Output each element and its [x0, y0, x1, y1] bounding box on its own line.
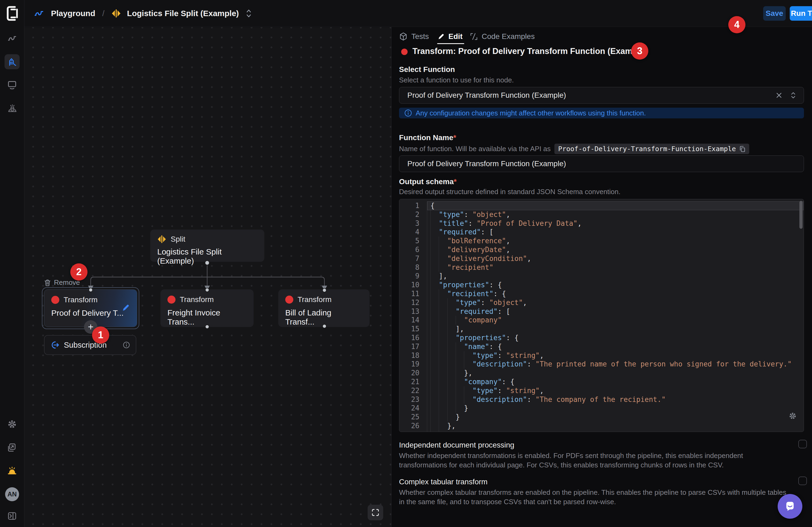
transform-node-title: Bill of Lading Transf...	[285, 308, 363, 326]
code-lines[interactable]: 1{2"type": "object",3"title": "Proof of …	[399, 201, 804, 432]
config-warning-banner: Any configuration changes might affect o…	[399, 108, 804, 118]
workflow-selector-icon[interactable]	[246, 9, 252, 18]
code-line[interactable]: 10"properties": {	[399, 281, 804, 289]
tab-tests[interactable]: Tests	[399, 30, 429, 43]
tab-code-examples[interactable]: Code Examples	[470, 30, 535, 43]
option-independent-checkbox[interactable]	[798, 440, 807, 448]
annotation-badge-3: 3	[631, 42, 648, 60]
clear-selection-icon[interactable]	[776, 92, 782, 98]
remove-node-button[interactable]: Remove	[44, 279, 80, 287]
edit-panel: Tests Edit Code Examples Transform: Proo…	[391, 27, 812, 527]
code-line[interactable]: 12"type": "object",	[399, 298, 804, 307]
option-independent-description: Whether independent transformations is e…	[399, 451, 791, 470]
code-line[interactable]: 27"bolReference": {	[399, 430, 804, 432]
edit-pencil-icon[interactable]	[122, 304, 130, 312]
option-complex-label: Complex tabular transform	[399, 478, 488, 486]
tab-label: Edit	[448, 32, 463, 41]
settings-gear-icon[interactable]	[4, 417, 19, 432]
fullscreen-button[interactable]	[368, 505, 383, 520]
status-dot-red	[51, 296, 59, 304]
schema-code-editor[interactable]: 1{2"type": "object",3"title": "Proof of …	[399, 199, 804, 432]
code-line[interactable]: 25}	[399, 413, 804, 422]
code-line[interactable]: 24}	[399, 404, 804, 413]
sidebar-item-workflows[interactable]	[4, 31, 19, 46]
subscription-icon	[50, 340, 60, 350]
code-line[interactable]: 1{	[399, 201, 804, 210]
info-icon[interactable]	[123, 341, 130, 348]
code-line[interactable]: 3"title": "Proof of Delivery Data",	[399, 219, 804, 228]
code-line[interactable]: 11"recipient": {	[399, 289, 804, 298]
annotation-badge-1: 1	[92, 326, 109, 344]
api-name-value: Proof-of-Delivery-Transform-Function-Exa…	[558, 145, 736, 153]
code-line[interactable]: 26},	[399, 422, 804, 430]
breadcrumb-title[interactable]: Logistics File Split (Example)	[127, 9, 239, 18]
subscription-node[interactable]: Subscription	[44, 335, 136, 355]
app-root: AN Playground /	[0, 0, 812, 527]
status-dot-red	[285, 296, 293, 304]
code-line[interactable]: 14"company"	[399, 316, 804, 325]
code-line[interactable]: 15],	[399, 325, 804, 333]
code-line[interactable]: 2"type": "object",	[399, 210, 804, 219]
app-logo-icon[interactable]	[6, 6, 18, 21]
code-line[interactable]: 18"type": "string",	[399, 351, 804, 360]
avatar-initials: AN	[5, 487, 19, 501]
api-name-chip: Proof-of-Delivery-Transform-Function-Exa…	[554, 144, 749, 154]
output-schema-description: Desired output structure defined in stan…	[399, 188, 620, 196]
function-select-dropdown[interactable]: Proof of Delivery Transform Function (Ex…	[399, 87, 804, 104]
config-warning-text: Any configuration changes might affect o…	[416, 109, 646, 117]
sidebar-item-monitor[interactable]	[4, 77, 19, 92]
run-tests-button[interactable]: Run Tests	[790, 6, 812, 21]
code-line[interactable]: 22"type": "string",	[399, 386, 804, 395]
code-line[interactable]: 23"description": "The company of the rec…	[399, 395, 804, 404]
code-line[interactable]: 20},	[399, 369, 804, 378]
transform-node-bill-of-lading[interactable]: Transform Bill of Lading Transf...	[278, 289, 369, 327]
split-icon	[111, 9, 121, 18]
code-line[interactable]: 13"required": [	[399, 307, 804, 316]
code-line[interactable]: 4"required": [	[399, 228, 804, 237]
select-function-description: Select a function to use for this node.	[399, 76, 514, 84]
transform-node-freight-invoice[interactable]: Transform Freight Invoice Trans...	[160, 289, 253, 327]
editor-settings-gear-icon[interactable]	[789, 412, 797, 420]
option-complex-description: Whether complex tabular transforms are e…	[399, 488, 791, 507]
copy-icon[interactable]	[739, 145, 745, 153]
function-name-input[interactable]	[399, 155, 804, 172]
workflow-icon	[34, 9, 44, 18]
option-independent-label: Independent document processing	[399, 441, 514, 450]
breadcrumb-separator: /	[102, 9, 104, 18]
collapse-sidebar-icon[interactable]	[4, 509, 19, 524]
code-line[interactable]: 17"name": {	[399, 342, 804, 351]
tab-edit[interactable]: Edit	[438, 30, 463, 43]
api-description-prefix: Name of function. Will be available via …	[399, 145, 551, 153]
split-node[interactable]: Split Logistics File Split (Example)	[150, 230, 264, 262]
option-complex-checkbox[interactable]	[798, 476, 807, 485]
user-avatar[interactable]: AN	[4, 487, 19, 502]
tab-label: Tests	[411, 32, 429, 41]
code-line[interactable]: 19"description": "The printed name of th…	[399, 360, 804, 369]
code-line[interactable]: 21"company": {	[399, 378, 804, 386]
select-function-heading: Select Function	[399, 65, 455, 74]
chat-widget-button[interactable]	[778, 494, 802, 519]
annotation-badge-2: 2	[70, 264, 87, 281]
sidebar-item-playground[interactable]	[4, 54, 19, 69]
code-line[interactable]: 8"recipient"	[399, 263, 804, 272]
workflow-canvas[interactable]: Remove Split Logistics File Split (Examp…	[25, 27, 391, 527]
hard-hat-icon[interactable]	[4, 464, 19, 479]
sidebar-item-rewards[interactable]	[4, 101, 19, 116]
sidebar: AN	[0, 0, 25, 527]
split-node-type: Split	[171, 235, 185, 243]
code-line[interactable]: 6"deliveryDate",	[399, 245, 804, 254]
code-line[interactable]: 9],	[399, 272, 804, 281]
code-line[interactable]: 5"bolReference",	[399, 237, 804, 245]
external-link-icon[interactable]	[4, 440, 19, 455]
output-schema-heading: Output schema*	[399, 177, 457, 186]
tab-label: Code Examples	[482, 32, 535, 41]
transform-node-title: Proof of Delivery T...	[51, 309, 130, 317]
save-button[interactable]: Save	[763, 6, 786, 21]
breadcrumb-section[interactable]: Playground	[51, 9, 95, 18]
code-line[interactable]: 7"deliveryCondition",	[399, 254, 804, 263]
transform-node-title: Freight Invoice Trans...	[168, 308, 247, 326]
trash-icon	[44, 279, 51, 286]
transform-node-type: Transform	[298, 295, 332, 304]
code-line[interactable]: 16"properties": {	[399, 333, 804, 342]
editor-scrollbar[interactable]	[799, 201, 802, 229]
